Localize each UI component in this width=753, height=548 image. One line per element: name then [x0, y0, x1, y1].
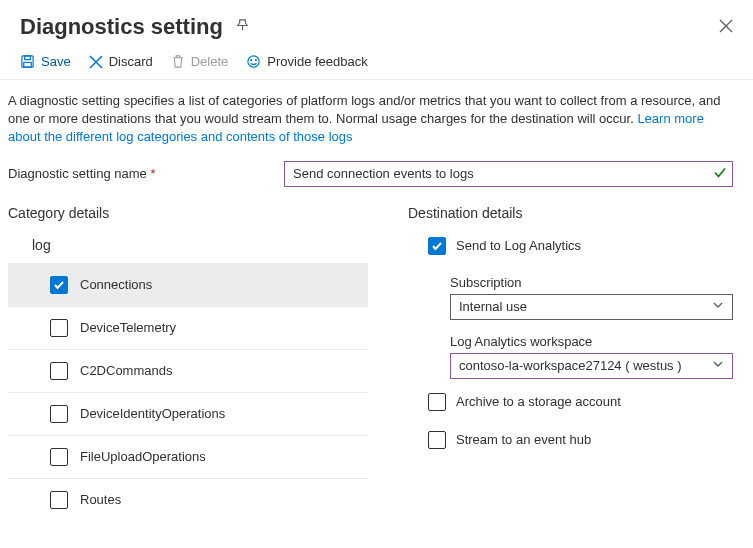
svg-point-3 [248, 56, 259, 67]
workspace-select[interactable]: contoso-la-workspace27124 ( westus ) [450, 353, 733, 379]
checkbox-icon[interactable] [50, 276, 68, 294]
category-label: DeviceTelemetry [80, 320, 176, 335]
save-label: Save [41, 54, 71, 69]
log-subheading: log [32, 237, 368, 253]
toolbar: Save Discard Delete Provide feedback [0, 48, 753, 80]
workspace-label: Log Analytics workspace [450, 334, 733, 349]
dest-storage-account[interactable]: Archive to a storage account [408, 393, 733, 411]
checkbox-icon[interactable] [50, 491, 68, 509]
svg-rect-2 [24, 62, 32, 67]
subscription-select[interactable]: Internal use [450, 294, 733, 320]
checkbox-icon[interactable] [50, 319, 68, 337]
category-deviceidentityoperations[interactable]: DeviceIdentityOperations [8, 393, 368, 436]
category-details-heading: Category details [8, 205, 368, 221]
svg-point-4 [251, 60, 252, 61]
category-label: C2DCommands [80, 363, 172, 378]
dest-log-analytics[interactable]: Send to Log Analytics [408, 237, 733, 255]
destination-details-heading: Destination details [408, 205, 733, 221]
feedback-button[interactable]: Provide feedback [246, 54, 367, 69]
chevron-down-icon [712, 299, 724, 314]
checkmark-icon [713, 165, 727, 182]
svg-point-5 [256, 60, 257, 61]
checkbox-icon[interactable] [428, 237, 446, 255]
dest-label: Send to Log Analytics [456, 238, 581, 253]
category-label: DeviceIdentityOperations [80, 406, 225, 421]
category-label: FileUploadOperations [80, 449, 206, 464]
checkbox-icon[interactable] [50, 448, 68, 466]
category-label: Routes [80, 492, 121, 507]
discard-label: Discard [109, 54, 153, 69]
dest-label: Stream to an event hub [456, 432, 591, 447]
category-routes[interactable]: Routes [8, 479, 368, 521]
subscription-value: Internal use [459, 299, 527, 314]
close-icon[interactable] [719, 19, 733, 36]
checkbox-icon[interactable] [428, 393, 446, 411]
category-connections[interactable]: Connections [8, 263, 368, 307]
description-text: A diagnostic setting specifies a list of… [0, 80, 753, 147]
dest-label: Archive to a storage account [456, 394, 621, 409]
category-fileuploadoperations[interactable]: FileUploadOperations [8, 436, 368, 479]
setting-name-label: Diagnostic setting name * [8, 166, 264, 181]
category-devicetelemetry[interactable]: DeviceTelemetry [8, 307, 368, 350]
svg-rect-1 [25, 56, 31, 60]
category-label: Connections [80, 277, 152, 292]
category-c2dcommands[interactable]: C2DCommands [8, 350, 368, 393]
feedback-label: Provide feedback [267, 54, 367, 69]
chevron-down-icon [712, 358, 724, 373]
delete-label: Delete [191, 54, 229, 69]
checkbox-icon[interactable] [50, 362, 68, 380]
dest-event-hub[interactable]: Stream to an event hub [408, 431, 733, 449]
discard-button[interactable]: Discard [89, 54, 153, 69]
page-title: Diagnostics setting [20, 14, 223, 40]
category-list: Connections DeviceTelemetry C2DCommands … [8, 263, 368, 521]
setting-name-input[interactable] [284, 161, 733, 187]
workspace-value: contoso-la-workspace27124 ( westus ) [459, 358, 682, 373]
subscription-label: Subscription [450, 275, 733, 290]
delete-button: Delete [171, 54, 229, 69]
pin-icon[interactable] [235, 18, 250, 36]
checkbox-icon[interactable] [50, 405, 68, 423]
checkbox-icon[interactable] [428, 431, 446, 449]
save-button[interactable]: Save [20, 54, 71, 69]
